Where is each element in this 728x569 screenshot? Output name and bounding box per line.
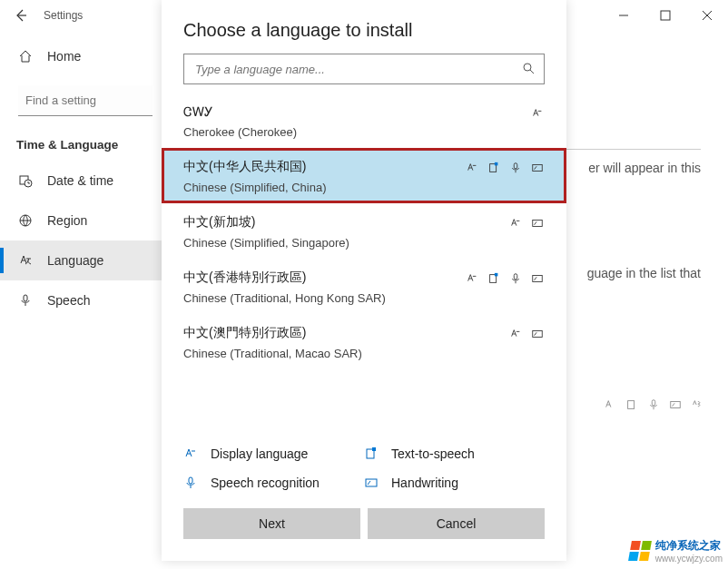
window-controls	[603, 0, 728, 31]
language-english-name: Cherokee (Cherokee)	[183, 125, 545, 139]
language-english-name: Chinese (Simplified, China)	[183, 181, 545, 194]
language-icon	[18, 253, 33, 268]
dialog-buttons: Next Cancel	[162, 490, 566, 561]
sidebar-item-label: Language	[47, 253, 103, 268]
watermark-url: www.ycwjzy.com	[655, 554, 723, 564]
sidebar-home[interactable]: Home	[0, 36, 162, 76]
svg-rect-12	[533, 165, 543, 172]
language-option-chinese-traditional-hk[interactable]: 中文(香港特別行政區) Chinese (Traditional, Hong K…	[162, 259, 566, 314]
sidebar-item-region[interactable]: Region	[0, 201, 162, 240]
language-option-chinese-simplified-china[interactable]: 中文(中华人民共和国) Chinese (Simplified, China)	[162, 148, 566, 203]
microphone-icon	[646, 397, 661, 412]
feature-icon-row	[603, 397, 704, 412]
globe-icon	[18, 213, 33, 228]
feature-legend: Display language Text-to-speech Speech r…	[162, 434, 566, 490]
text-to-speech-icon	[487, 161, 501, 175]
microphone-icon	[508, 161, 523, 175]
sidebar-item-language[interactable]: Language	[0, 240, 162, 280]
legend-label: Speech recognition	[211, 476, 320, 490]
dialog-search	[183, 54, 545, 84]
legend-text-to-speech: Text-to-speech	[364, 446, 545, 461]
sidebar-item-speech[interactable]: Speech	[0, 280, 162, 320]
sidebar-item-label: Region	[47, 213, 87, 228]
sidebar-section-title: Time & Language	[16, 138, 162, 152]
sidebar-search[interactable]	[18, 85, 152, 116]
language-native-name: 中文(新加坡)	[183, 214, 545, 231]
language-english-name: Chinese (Traditional, Macao SAR)	[183, 347, 545, 360]
home-icon	[18, 49, 33, 64]
sidebar-search-input[interactable]	[18, 85, 152, 116]
language-feature-icons	[508, 216, 545, 231]
close-button[interactable]	[686, 0, 728, 31]
svg-rect-6	[652, 400, 655, 406]
language-feature-icons	[508, 327, 545, 341]
minimize-button[interactable]	[603, 0, 644, 31]
display-language-icon	[603, 397, 617, 412]
language-search-input[interactable]	[183, 54, 545, 84]
language-feature-icons	[530, 106, 545, 121]
legend-label: Display language	[211, 446, 308, 461]
language-option-chinese-traditional-macao[interactable]: 中文(澳門特別行政區) Chinese (Traditional, Macao …	[162, 314, 566, 369]
next-button[interactable]: Next	[183, 508, 360, 539]
back-button[interactable]	[0, 0, 42, 31]
language-list[interactable]: ᏣᎳᎩ Cherokee (Cherokee) 中文(中华人民共和国) Chin…	[162, 93, 566, 434]
legend-label: Handwriting	[391, 476, 458, 490]
svg-rect-16	[514, 274, 517, 280]
dialog-title: Choose a language to install	[162, 0, 566, 54]
spellcheck-icon	[690, 397, 704, 412]
watermark-logo-icon	[628, 541, 652, 561]
display-language-icon	[183, 446, 198, 461]
display-language-icon	[508, 327, 523, 341]
maximize-icon	[658, 8, 673, 23]
svg-rect-7	[671, 402, 681, 408]
language-feature-icons	[465, 271, 545, 286]
svg-rect-15	[495, 273, 498, 277]
language-english-name: Chinese (Traditional, Hong Kong SAR)	[183, 291, 545, 305]
close-icon	[700, 8, 714, 23]
legend-speech-recognition: Speech recognition	[183, 476, 364, 490]
svg-point-8	[524, 64, 531, 71]
svg-rect-17	[533, 276, 543, 282]
handwriting-icon	[530, 161, 545, 175]
display-language-icon	[530, 106, 545, 121]
sidebar-item-label: Date & time	[47, 173, 113, 188]
app-title: Settings	[44, 9, 83, 22]
sidebar-item-date-time[interactable]: Date & time	[0, 161, 162, 201]
svg-rect-5	[628, 401, 635, 409]
maximize-button[interactable]	[644, 0, 686, 31]
text-to-speech-icon	[364, 446, 379, 461]
microphone-icon	[508, 271, 523, 286]
svg-rect-0	[661, 11, 670, 20]
svg-rect-10	[495, 162, 498, 166]
search-icon	[521, 61, 536, 75]
sidebar: Home Time & Language Date & time Region …	[0, 31, 162, 320]
microphone-icon	[18, 293, 33, 308]
minimize-icon	[616, 8, 631, 23]
microphone-icon	[183, 476, 198, 490]
text-to-speech-icon	[625, 397, 639, 412]
watermark-title: 纯净系统之家	[655, 538, 723, 554]
legend-label: Text-to-speech	[391, 446, 475, 461]
back-arrow-icon	[14, 8, 28, 23]
legend-handwriting: Handwriting	[364, 476, 545, 490]
svg-rect-11	[514, 163, 517, 169]
text-to-speech-icon	[487, 271, 501, 286]
display-language-icon	[465, 161, 479, 175]
language-native-name: 中文(澳門特別行政區)	[183, 325, 545, 341]
svg-rect-4	[24, 295, 27, 301]
handwriting-icon	[668, 397, 683, 412]
home-label: Home	[47, 49, 81, 64]
handwriting-icon	[530, 271, 545, 286]
language-option-chinese-simplified-singapore[interactable]: 中文(新加坡) Chinese (Simplified, Singapore)	[162, 203, 566, 259]
sidebar-item-label: Speech	[47, 293, 90, 308]
cancel-button[interactable]: Cancel	[368, 508, 545, 539]
language-option-cherokee[interactable]: ᏣᎳᎩ Cherokee (Cherokee)	[162, 93, 566, 148]
language-english-name: Chinese (Simplified, Singapore)	[183, 236, 545, 250]
install-language-dialog: Choose a language to install ᏣᎳᎩ Cheroke…	[162, 0, 566, 561]
language-native-name: ᏣᎳᎩ	[183, 104, 545, 120]
svg-rect-20	[372, 447, 376, 451]
handwriting-icon	[530, 327, 545, 341]
display-language-icon	[465, 271, 479, 286]
handwriting-icon	[530, 216, 545, 231]
watermark: 纯净系统之家 www.ycwjzy.com	[630, 538, 723, 564]
